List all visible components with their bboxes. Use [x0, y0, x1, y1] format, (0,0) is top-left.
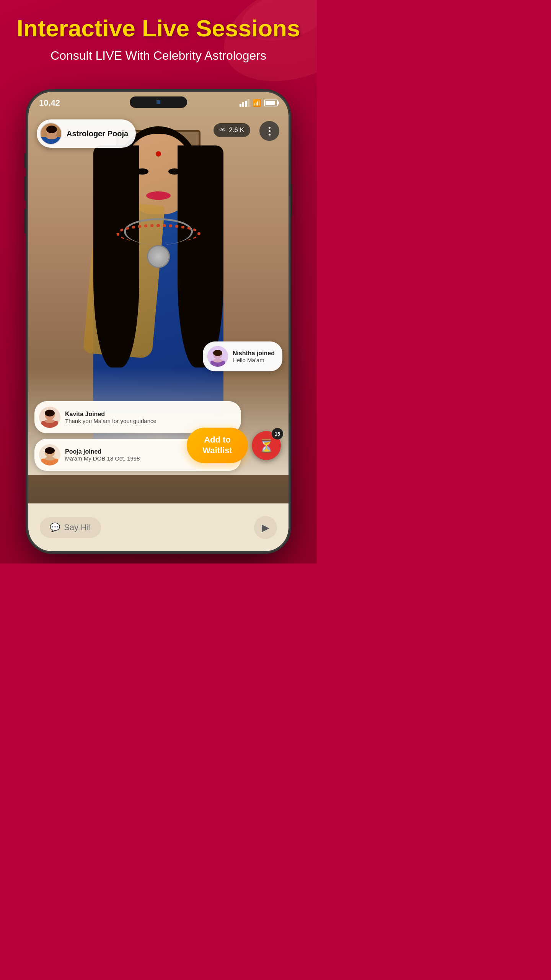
eye-icon: 👁: [220, 127, 226, 134]
astrologer-avatar-svg: [41, 123, 62, 145]
pooja-chat-content: Pooja joined Ma'am My DOB 18 Oct, 1998: [65, 448, 140, 462]
pooja-message: Ma'am My DOB 18 Oct, 1998: [65, 455, 140, 462]
hair-right: [178, 145, 223, 368]
nishtha-avatar-svg: [207, 346, 228, 367]
svg-point-15: [45, 419, 55, 423]
kavita-message: Thank you Ma'am for your guidance: [65, 418, 156, 424]
bottom-bar: 💬 Say Hi! ▶: [28, 503, 289, 551]
hourglass-icon: ⏳: [258, 438, 274, 453]
phone-wrapper: 10.42 📶: [28, 92, 289, 551]
chat-bubble-nishtha: Nishtha joined Hello Ma'am: [203, 341, 282, 371]
page-subtitle: Consult LIVE With Celebrity Astrologers: [15, 47, 302, 64]
avatar-kavita: [39, 407, 60, 428]
chat-messages-container: Kavita Joined Thank you Ma'am for your g…: [28, 401, 289, 471]
say-hi-button[interactable]: 💬 Say Hi!: [40, 517, 101, 538]
three-dots-icon: [269, 127, 271, 136]
battery-icon: [264, 100, 278, 106]
svg-point-3: [46, 126, 57, 133]
chat-bubble-icon: 💬: [50, 523, 60, 532]
svg-point-18: [45, 447, 55, 454]
nishtha-message: Hello Ma'am: [233, 357, 275, 363]
header: Interactive Live Sessions Consult LIVE W…: [0, 15, 317, 64]
phone-notch: [130, 96, 187, 108]
pooja-avatar-svg: [39, 444, 60, 466]
svg-point-8: [213, 350, 222, 356]
kavita-chat-content: Kavita Joined Thank you Ma'am for your g…: [65, 411, 156, 424]
send-icon: ▶: [262, 522, 269, 534]
timer-badge[interactable]: ⏳ 15: [252, 431, 281, 460]
kavita-avatar-svg: [39, 407, 60, 428]
nishtha-name: Nishtha joined: [233, 350, 275, 357]
waitlist-btn-line1: Add to: [197, 434, 237, 446]
bindi: [156, 151, 161, 157]
more-options-button[interactable]: [259, 121, 279, 141]
pooja-name: Pooja joined: [65, 448, 140, 455]
volume-down-button[interactable]: [24, 209, 28, 234]
necklace-beads: [116, 224, 201, 243]
svg-point-5: [46, 135, 57, 139]
astrologer-avatar: [40, 122, 62, 145]
wifi-icon: 📶: [253, 99, 261, 107]
timer-count: 15: [272, 428, 283, 439]
kavita-name: Kavita Joined: [65, 411, 156, 418]
necklace-pendant: [147, 245, 170, 268]
power-button[interactable]: [289, 184, 292, 216]
waitlist-btn-line2: Waitlist: [197, 445, 237, 456]
page-title: Interactive Live Sessions: [15, 15, 302, 41]
astrologer-name: Astrologer Pooja: [67, 129, 128, 138]
svg-point-10: [213, 359, 222, 363]
svg-point-13: [45, 410, 55, 416]
status-icons: 📶: [240, 99, 278, 107]
live-background: [28, 92, 289, 551]
volume-up-button[interactable]: [24, 176, 28, 201]
add-to-waitlist-button[interactable]: Add to Waitlist: [187, 428, 248, 463]
astrologer-profile-badge[interactable]: Astrologer Pooja: [37, 119, 136, 148]
view-count-text: 2.6 K: [229, 126, 244, 134]
avatar-pooja: [39, 444, 60, 466]
signal-icon: [240, 99, 249, 107]
camera-dot: [156, 100, 160, 104]
phone-screen: 10.42 📶: [28, 92, 289, 551]
view-count-badge: 👁 2.6 K: [214, 123, 250, 137]
status-time: 10.42: [39, 98, 60, 108]
nishtha-chat-content: Nishtha joined Hello Ma'am: [233, 350, 275, 363]
say-hi-label: Say Hi!: [64, 523, 91, 532]
svg-point-20: [45, 457, 55, 461]
avatar-nishtha: [207, 346, 228, 367]
phone-frame: 10.42 📶: [28, 92, 289, 551]
send-button[interactable]: ▶: [254, 516, 277, 539]
lips: [146, 191, 171, 200]
volume-silent-button[interactable]: [24, 153, 28, 168]
hair-left: [93, 145, 139, 368]
